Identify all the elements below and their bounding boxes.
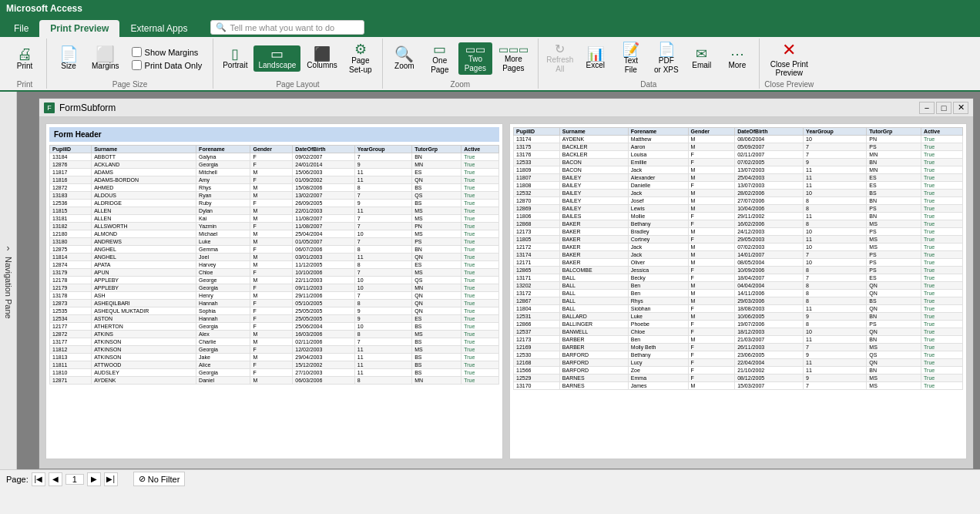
- excel-button[interactable]: 📊 Excel: [579, 45, 612, 72]
- close-form-button[interactable]: ✕: [953, 102, 968, 114]
- search-bar[interactable]: 🔍 Tell me what you want to do: [210, 20, 364, 35]
- table-cell: True: [461, 300, 499, 307]
- form-controls: − □ ✕: [919, 102, 968, 114]
- table-cell: ATKINSON: [92, 338, 196, 346]
- page-setup-button[interactable]: ⚙ PageSet-up: [344, 41, 378, 76]
- table-cell: 8: [354, 331, 411, 338]
- refresh-button[interactable]: ↻ RefreshAll: [543, 42, 577, 76]
- table-cell: True: [461, 238, 499, 246]
- page-number-input[interactable]: [65, 474, 84, 485]
- table-cell: 26/09/2005: [293, 200, 354, 207]
- table-cell: 11810: [50, 369, 92, 377]
- table-cell: 21/10/2002: [735, 367, 804, 375]
- table-cell: BN: [412, 246, 461, 254]
- first-page-button[interactable]: |◀: [32, 472, 45, 486]
- table-row: 13170BARNESJamesM15/03/20077MSTrue: [514, 382, 963, 390]
- table-cell: 12873: [50, 300, 92, 307]
- col-header: TutorGrp: [412, 146, 461, 153]
- table-cell: 27/07/2006: [735, 197, 804, 205]
- print-data-only-row[interactable]: Print Data Only: [132, 60, 203, 70]
- table-cell: ES: [412, 169, 461, 176]
- table-cell: 12530: [514, 351, 560, 359]
- last-page-button[interactable]: ▶|: [104, 472, 118, 486]
- table-cell: M: [688, 136, 735, 143]
- col-header: PupilID: [50, 146, 92, 153]
- table-cell: 29/05/2003: [735, 236, 804, 244]
- table-cell: 10: [804, 244, 867, 251]
- more-data-button[interactable]: ⋯ More: [720, 45, 754, 72]
- show-margins-checkbox[interactable]: [132, 47, 142, 57]
- columns-button[interactable]: ⬛ Columns: [302, 45, 341, 72]
- table-cell: 07/02/2005: [735, 159, 804, 166]
- table-cell: 7: [804, 251, 867, 259]
- size-button[interactable]: 📄 Size: [52, 45, 86, 72]
- table-cell: Georgia: [196, 284, 250, 292]
- pdf-xps-button[interactable]: 📄 PDFor XPS: [649, 41, 683, 76]
- minimize-button[interactable]: −: [919, 102, 935, 114]
- table-cell: F: [250, 300, 293, 307]
- table-cell: George: [196, 277, 250, 284]
- table-cell: F: [250, 176, 293, 184]
- table-cell: ANDREWS: [92, 238, 196, 246]
- table-cell: 12536: [50, 200, 92, 207]
- tab-print-preview[interactable]: Print Preview: [39, 20, 119, 37]
- table-cell: True: [461, 161, 499, 169]
- table-cell: 12178: [50, 277, 92, 284]
- table-row: 11813ATKINSONJakeM29/04/200311BSTrue: [50, 354, 499, 361]
- table-cell: BACKLER: [559, 151, 628, 159]
- email-button[interactable]: ✉ Email: [685, 45, 719, 72]
- table-cell: MS: [412, 331, 461, 338]
- tab-external-apps[interactable]: External Apps: [119, 20, 198, 37]
- one-page-button[interactable]: ▭ OnePage: [423, 41, 457, 76]
- text-file-button[interactable]: 📝 TextFile: [614, 41, 648, 76]
- table-cell: F: [250, 369, 293, 377]
- navigation-pane[interactable]: › Navigation Pane: [0, 92, 17, 469]
- table-row: 11812ATKINSONGeorgiaF12/02/200311MSTrue: [50, 346, 499, 354]
- table-cell: M: [250, 169, 293, 176]
- col-header: Gender: [250, 146, 293, 153]
- table-cell: True: [461, 223, 499, 230]
- no-filter-button[interactable]: ⊘ No Filter: [133, 472, 186, 486]
- filter-area: ⊘ No Filter: [133, 472, 186, 486]
- table-cell: 25/05/2005: [293, 315, 354, 323]
- table-cell: True: [921, 166, 963, 174]
- zoom-group-label: Zoom: [388, 80, 533, 89]
- table-cell: M: [688, 197, 735, 205]
- prev-page-button[interactable]: ◀: [49, 472, 62, 486]
- table-row: 12173BAKERBradleyM24/12/200310PSTrue: [514, 228, 963, 236]
- close-print-preview-button[interactable]: ✕ Close PrintPreview: [764, 39, 814, 79]
- table-cell: 26/11/2003: [735, 344, 804, 351]
- maximize-button[interactable]: □: [936, 102, 951, 114]
- size-icon: 📄: [59, 46, 79, 62]
- table-cell: True: [461, 338, 499, 346]
- table-cell: 11807: [514, 174, 560, 182]
- more-pages-button[interactable]: ▭▭▭ MorePages: [494, 42, 533, 75]
- table-cell: 11: [804, 359, 867, 367]
- portrait-button[interactable]: ▯ Portrait: [218, 45, 252, 72]
- table-cell: 11814: [50, 254, 92, 261]
- zoom-button[interactable]: 🔍 Zoom: [388, 45, 421, 72]
- table-cell: 28/02/2006: [735, 190, 804, 197]
- table-cell: True: [921, 136, 963, 143]
- table-cell: M: [250, 238, 293, 246]
- two-pages-button[interactable]: ▭▭ TwoPages: [458, 42, 492, 75]
- table-row: 13178ASHHenryM29/11/20067QNTrue: [50, 292, 499, 300]
- table-cell: F: [250, 269, 293, 277]
- table-cell: Michael: [196, 230, 250, 238]
- tab-file[interactable]: File: [3, 20, 39, 37]
- table-cell: Mollie: [628, 213, 688, 220]
- margins-button[interactable]: ⬜ Margins: [87, 45, 124, 72]
- page-label: Page:: [6, 475, 29, 484]
- two-pages-icon: ▭▭: [465, 44, 485, 55]
- landscape-button[interactable]: ▭ Landscape: [253, 45, 300, 72]
- next-page-button[interactable]: ▶: [87, 472, 101, 486]
- table-cell: ASTON: [92, 315, 196, 323]
- table-cell: M: [688, 282, 735, 290]
- show-margins-row[interactable]: Show Margins: [132, 47, 203, 57]
- table-cell: 7: [354, 215, 411, 223]
- table-cell: PN: [412, 223, 461, 230]
- print-data-only-checkbox[interactable]: [132, 60, 142, 70]
- print-button[interactable]: 🖨 Print: [8, 45, 42, 72]
- table-cell: True: [461, 200, 499, 207]
- table-cell: True: [461, 184, 499, 192]
